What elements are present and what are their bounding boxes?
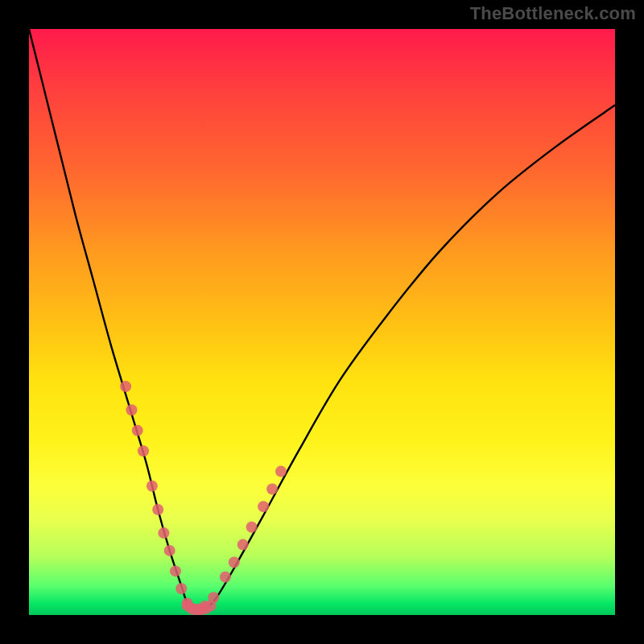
chart-frame: TheBottleneck.com (0, 0, 644, 644)
highlight-markers (120, 381, 287, 615)
marker-dot (175, 583, 187, 594)
marker-dot (138, 445, 149, 456)
marker-dot (220, 572, 231, 583)
marker-dot (126, 404, 137, 415)
marker-dot (147, 481, 158, 492)
marker-dot (258, 501, 269, 512)
plot-area (29, 29, 615, 615)
marker-dot (229, 557, 240, 568)
marker-dot (158, 527, 169, 539)
marker-dot (120, 381, 131, 392)
marker-dot (246, 522, 258, 533)
marker-dot (237, 539, 249, 551)
marker-dot (164, 545, 175, 556)
chart-svg (29, 29, 615, 615)
marker-dot (170, 565, 181, 576)
marker-dot (266, 484, 278, 495)
bottleneck-curve (29, 29, 615, 610)
marker-dot (152, 504, 163, 515)
marker-dot (132, 425, 143, 436)
marker-dot (275, 466, 287, 477)
marker-dot (205, 600, 217, 611)
watermark-label: TheBottleneck.com (470, 3, 636, 24)
